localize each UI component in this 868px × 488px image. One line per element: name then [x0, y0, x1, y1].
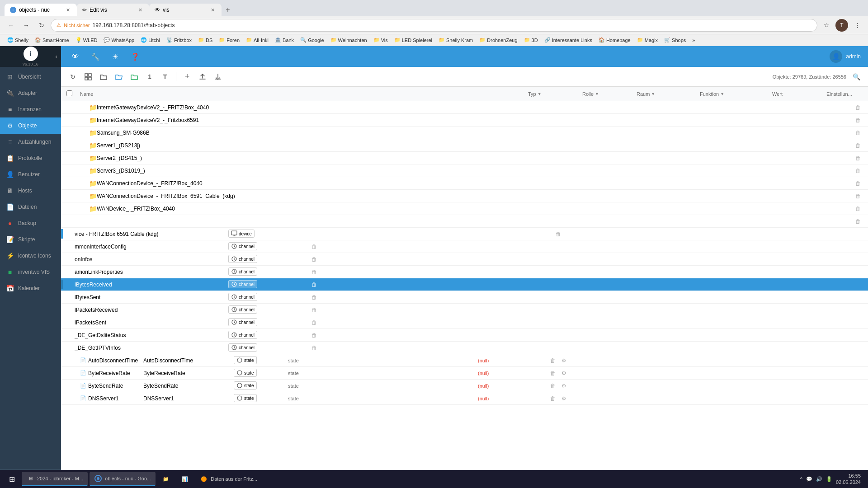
browser-tab-2[interactable]: ✏ Edit vis ✕	[77, 4, 149, 16]
delete-row-button[interactable]: 🗑	[854, 128, 863, 137]
delete-row-button[interactable]: 🗑	[548, 381, 557, 390]
sidebar-item-aufzaehlungen[interactable]: ≡ Aufzählungen	[0, 134, 61, 150]
profile-button[interactable]: T	[835, 19, 848, 32]
help-button[interactable]: ❓	[128, 49, 142, 64]
table-row[interactable]: 📁 Server3_(DS1019_) 🗑	[61, 164, 868, 177]
start-button[interactable]: ⊞	[4, 471, 20, 487]
taskbar-item-iobroker[interactable]: 🖥 2024 - iobroker - M...	[22, 472, 88, 486]
sidebar-item-protokolle[interactable]: 📋 Protokolle	[0, 150, 61, 166]
taskbar-item-excel[interactable]: 📊	[176, 472, 193, 486]
settings-row-button[interactable]: ⚙	[559, 369, 568, 378]
delete-row-button[interactable]: 🗑	[854, 217, 863, 226]
address-bar[interactable]: ⚠ Nicht sicher 192.168.178.28:8081/#tab-…	[51, 19, 817, 32]
refresh-objects-button[interactable]: ↻	[66, 70, 79, 83]
upload-button[interactable]	[196, 70, 209, 83]
number-button[interactable]: 1	[143, 70, 156, 83]
delete-row-button[interactable]: 🗑	[554, 230, 563, 239]
table-row-state[interactable]: 📄 ByteSendRate ByteSendRate state state …	[61, 380, 868, 392]
sidebar-item-inventwo[interactable]: ■ inventwo VIS	[0, 264, 61, 280]
bookmark-bank[interactable]: 🏦 Bank	[272, 36, 297, 44]
bookmark-ds[interactable]: 📁 DS	[195, 36, 215, 44]
bookmark-whatsapp[interactable]: 💬 WhatsApp	[101, 36, 137, 44]
delete-row-button[interactable]: 🗑	[548, 356, 557, 365]
sidebar-item-dateien[interactable]: 📄 Dateien	[0, 199, 61, 215]
bookmark-3d[interactable]: 📁 3D	[521, 36, 541, 44]
taskbar-item-daten[interactable]: 🟠 Daten aus der Fritz...	[195, 472, 262, 486]
back-button[interactable]: ←	[5, 19, 17, 32]
tray-volume-icon[interactable]: 🔊	[816, 476, 822, 482]
bookmark-litchi[interactable]: 🌐 Litchi	[138, 36, 163, 44]
search-button[interactable]: 🔍	[850, 70, 863, 83]
new-tab-button[interactable]: +	[222, 4, 234, 16]
bookmark-led[interactable]: 📁 LED Spielerei	[392, 36, 435, 44]
sidebar-item-backup[interactable]: ● Backup	[0, 215, 61, 231]
delete-row-button[interactable]: 🗑	[310, 280, 319, 289]
settings-row-button[interactable]: ⚙	[559, 381, 568, 390]
menu-button[interactable]: ⋮	[851, 19, 863, 32]
delete-row-button[interactable]: 🗑	[854, 204, 863, 213]
settings-row-button[interactable]: ⚙	[559, 394, 568, 403]
taskbar-item-explorer[interactable]: 📁	[157, 472, 175, 486]
sidebar-item-objekte[interactable]: ⚙ Objekte	[0, 117, 61, 134]
sidebar-item-uebersicht[interactable]: ⊞ Übersicht	[0, 69, 61, 85]
table-row[interactable]: onInfos channel 🗑	[61, 253, 868, 266]
delete-row-button[interactable]: 🗑	[854, 192, 863, 201]
bookmark-shelly-kram[interactable]: 📁 Shelly Kram	[436, 36, 476, 44]
add-button[interactable]: +	[181, 70, 193, 83]
sidebar-item-instanzen[interactable]: ≡ Instanzen	[0, 101, 61, 117]
table-row[interactable]: 📁 InternetGatewayDeviceV2_-_Fritzbox6591…	[61, 114, 868, 127]
bookmark-weihnachten[interactable]: 📁 Weihnachten	[328, 36, 370, 44]
bookmark-foren[interactable]: 📁 Foren	[216, 36, 242, 44]
delete-row-button[interactable]: 🗑	[548, 394, 557, 403]
sidebar-collapse-button[interactable]: ‹	[55, 53, 57, 60]
tray-chevron[interactable]: ^	[800, 476, 802, 482]
tray-battery-icon[interactable]: 🔋	[826, 476, 832, 482]
wrench-button[interactable]: 🔧	[88, 49, 103, 64]
table-row[interactable]: vice - FRITZ!Box 6591 Cable (kdg) device…	[61, 228, 868, 240]
table-row[interactable]: mmonInterfaceConfig channel 🗑	[61, 240, 868, 253]
delete-row-button[interactable]: 🗑	[854, 116, 863, 125]
table-row-state[interactable]: 📄 DNSServer1 DNSServer1 state state (nul…	[61, 392, 868, 405]
avatar[interactable]: 👤	[830, 50, 842, 63]
sidebar-item-benutzer[interactable]: 👤 Benutzer	[0, 166, 61, 183]
bookmark-more[interactable]: »	[689, 37, 698, 44]
bookmark-smarthome[interactable]: 🏠 SmartHome	[32, 36, 72, 44]
tab2-close[interactable]: ✕	[137, 6, 144, 14]
brightness-button[interactable]: ☀	[108, 49, 123, 64]
table-row[interactable]: lBytesSent channel 🗑	[61, 291, 868, 304]
folder-open-button[interactable]	[113, 70, 125, 83]
table-row[interactable]: 📁 WANDevice_-_FRITZ!Box_4040 🗑	[61, 202, 868, 215]
browser-tab-1[interactable]: i objects - nuc ✕	[5, 4, 77, 16]
header-room[interactable]: Raum ▼	[637, 91, 700, 97]
table-row[interactable]: 📁 WANConnectionDevice_-_FRITZ!Box_4040 🗑	[61, 177, 868, 190]
delete-row-button[interactable]: 🗑	[548, 369, 557, 378]
table-row[interactable]: _DE_GetIPTVInfos channel 🗑	[61, 342, 868, 354]
header-function[interactable]: Funktion ▼	[700, 91, 772, 97]
eye-button[interactable]: 👁	[68, 49, 83, 64]
delete-row-button[interactable]: 🗑	[310, 305, 319, 314]
table-row-state[interactable]: 📄 AutoDisconnectTime AutoDisconnectTime …	[61, 354, 868, 367]
browser-tab-3[interactable]: 👁 vis ✕	[149, 4, 222, 16]
table-row[interactable]: 📁 WANConnectionDevice_-_FRITZ!Box_6591_C…	[61, 190, 868, 202]
delete-row-button[interactable]: 🗑	[310, 318, 319, 327]
select-all-checkbox[interactable]	[66, 90, 72, 96]
toggle-view-button[interactable]	[82, 70, 94, 83]
sidebar-item-hosts[interactable]: 🖥 Hosts	[0, 183, 61, 199]
forward-button[interactable]: →	[20, 19, 33, 32]
refresh-button[interactable]: ↻	[35, 19, 48, 32]
bookmark-vis[interactable]: 📁 Vis	[371, 36, 391, 44]
table-row[interactable]: lPacketsSent channel 🗑	[61, 316, 868, 329]
delete-row-button[interactable]: 🗑	[854, 166, 863, 175]
bookmark-google[interactable]: 🔍 Google	[297, 36, 326, 44]
table-row[interactable]: amonLinkProperties channel 🗑	[61, 266, 868, 278]
download-button[interactable]	[212, 70, 224, 83]
delete-row-button[interactable]: 🗑	[310, 242, 319, 251]
delete-row-button[interactable]: 🗑	[310, 343, 319, 352]
tab1-close[interactable]: ✕	[64, 6, 71, 14]
bookmark-wled[interactable]: 💡 WLED	[73, 36, 100, 44]
settings-row-button[interactable]: ⚙	[559, 356, 568, 365]
table-row[interactable]: _DE_GetDsliteStatus channel 🗑	[61, 329, 868, 342]
header-type[interactable]: Typ ▼	[528, 91, 582, 97]
delete-row-button[interactable]: 🗑	[310, 255, 319, 264]
table-row[interactable]: 📁 Server2_(DS415_) 🗑	[61, 152, 868, 164]
